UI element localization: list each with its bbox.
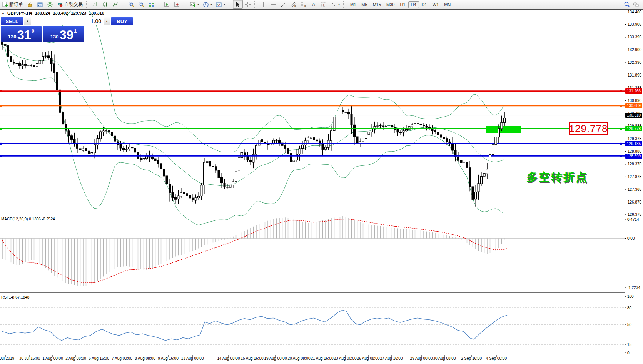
pane-separator xyxy=(0,292,625,293)
buy-price-sup: 1 xyxy=(74,27,77,34)
level-line-marker xyxy=(620,90,622,92)
time-axis-label: 9 Jul 2019 xyxy=(0,356,14,361)
signals-icon xyxy=(47,2,53,8)
candle-body xyxy=(414,123,416,125)
autotrading-button[interactable]: 自动交易 xyxy=(55,0,85,9)
vertical-line-tool-button[interactable] xyxy=(259,0,269,9)
candle-body xyxy=(486,169,488,174)
pane-separator[interactable] xyxy=(0,292,625,292)
candle-body xyxy=(258,140,260,145)
rsi-line xyxy=(2,310,507,341)
profiles-button[interactable]: ▾ xyxy=(201,0,214,9)
time-axis-label: 13 Aug 00:00 xyxy=(181,356,204,361)
candle-body xyxy=(175,197,177,199)
tile-windows-button[interactable] xyxy=(146,0,156,9)
volume-input[interactable] xyxy=(31,17,104,25)
level-line-marker xyxy=(620,155,622,157)
volume-increase-button[interactable]: ▲ xyxy=(104,17,110,25)
cursor-tool-button[interactable] xyxy=(233,0,243,9)
zoom-in-button[interactable] xyxy=(126,0,136,9)
level-price-label: 128.699 xyxy=(625,154,642,159)
level-line-marker xyxy=(0,105,2,107)
candle-body xyxy=(388,125,390,125)
arrows-tool-button[interactable]: ▾ xyxy=(329,0,342,9)
timeframe-d1-button[interactable]: D1 xyxy=(419,1,430,8)
pane-separator[interactable] xyxy=(0,214,625,214)
candle-body xyxy=(458,157,459,160)
sell-button[interactable]: SELL xyxy=(1,17,23,25)
buy-button[interactable]: BUY xyxy=(111,17,133,25)
candle-body xyxy=(56,72,58,90)
timeframe-m5-button[interactable]: M5 xyxy=(359,1,370,8)
time-axis-label: 9 Aug 16:00 xyxy=(158,356,178,361)
price-axis-tick-label: 127.365 xyxy=(628,187,642,192)
timeframe-m15-button[interactable]: M15 xyxy=(370,1,384,8)
candle-body xyxy=(478,183,479,191)
candle-body xyxy=(195,198,197,200)
text-tool-button[interactable]: A xyxy=(309,0,319,9)
zoom-out-icon xyxy=(138,2,144,8)
candle-body xyxy=(183,192,185,194)
price-axis-tick-label: 133.395 xyxy=(628,35,642,39)
toolbar-separator xyxy=(122,1,125,8)
data-window-button[interactable] xyxy=(35,0,45,9)
time-axis-label: 19 Aug 00:00 xyxy=(264,356,287,361)
timeframe-w1-button[interactable]: W1 xyxy=(430,1,442,8)
equidistant-channel-tool-button[interactable]: E xyxy=(289,0,299,9)
search-icon[interactable] xyxy=(624,2,630,8)
profiles-icon xyxy=(203,2,209,8)
trendline-icon xyxy=(281,2,287,8)
fibonacci-tool-button[interactable]: F xyxy=(299,0,309,9)
new-chart-icon xyxy=(190,2,196,8)
timeframe-m30-button[interactable]: M30 xyxy=(384,1,397,8)
timeframe-h4-button[interactable]: H4 xyxy=(408,1,419,8)
candle-body xyxy=(79,149,81,150)
line-chart-button[interactable] xyxy=(110,0,120,9)
candlestick-chart-button[interactable] xyxy=(100,0,110,9)
timeframe-mn-button[interactable]: MN xyxy=(441,1,453,8)
candle-body xyxy=(65,124,67,130)
candle-body xyxy=(50,58,52,64)
sell-quote-tile[interactable]: 130 31 0 xyxy=(1,26,42,42)
chat-icon[interactable] xyxy=(633,2,639,8)
zoom-out-button[interactable] xyxy=(136,0,146,9)
candle-body xyxy=(336,112,338,117)
candle-body xyxy=(120,145,122,148)
chart-shift-button[interactable] xyxy=(172,0,182,9)
candle-body xyxy=(209,161,211,166)
price-axis-tick-label: 128.370 xyxy=(628,162,642,166)
auto-scroll-button[interactable] xyxy=(162,0,172,9)
volume-decrease-button[interactable]: ▼ xyxy=(24,17,31,25)
market-watch-icon xyxy=(27,2,33,8)
candle-body xyxy=(180,193,182,196)
text-label-tool-button[interactable]: T xyxy=(319,0,329,9)
candle-body xyxy=(134,148,136,152)
signals-button[interactable] xyxy=(45,0,55,9)
level-line-marker xyxy=(620,128,622,130)
timeframe-m1-button[interactable]: M1 xyxy=(347,1,359,8)
candle-body xyxy=(290,153,292,162)
turning-point-note[interactable]: 多空转折点 xyxy=(526,170,588,185)
horizontal-line-tool-button[interactable] xyxy=(269,0,279,9)
candle-body xyxy=(235,171,237,181)
templates-button[interactable]: ▾ xyxy=(214,0,227,9)
market-watch-button[interactable] xyxy=(25,0,35,9)
new-chart-button[interactable]: ▾ xyxy=(188,0,201,9)
symbol-marker-icon: ▲ xyxy=(2,12,5,15)
candle-body xyxy=(348,112,350,114)
tile-windows-icon xyxy=(148,2,154,8)
candle-body xyxy=(354,125,356,136)
candle-body xyxy=(498,128,500,137)
chart-canvas[interactable]: 134.400133.905133.395132.900132.390131.8… xyxy=(0,10,643,364)
dropdown-caret: ▾ xyxy=(210,3,212,6)
timeframe-h1-button[interactable]: H1 xyxy=(397,1,408,8)
symbol-info-bar: ▲ GBPJPY-,H4 130.024 130.402 129.923 130… xyxy=(2,11,104,15)
price-callout[interactable]: 129.778 xyxy=(569,122,608,135)
trendline-tool-button[interactable] xyxy=(279,0,289,9)
buy-quote-tile[interactable]: 130 39 1 xyxy=(43,26,84,42)
crosshair-tool-button[interactable] xyxy=(243,0,253,9)
macd-axis-tick-label: 0.00 xyxy=(627,236,635,240)
new-order-button[interactable]: 新订单 xyxy=(0,0,25,9)
bar-chart-button[interactable] xyxy=(90,0,100,9)
candle-body xyxy=(163,169,165,176)
